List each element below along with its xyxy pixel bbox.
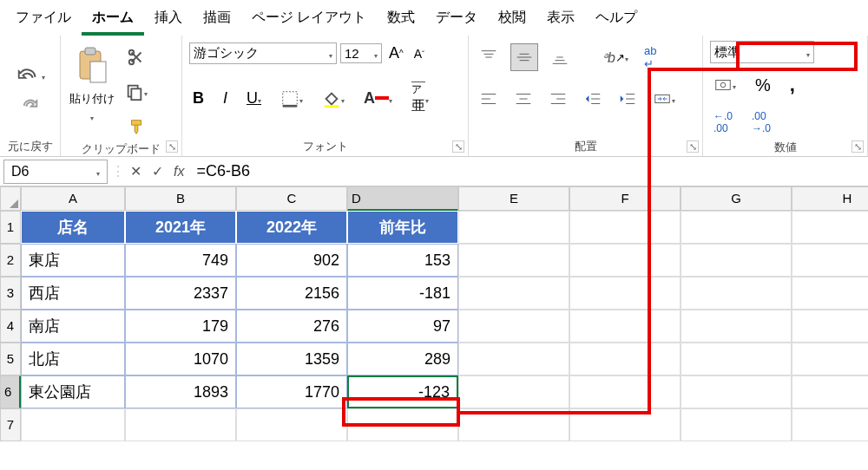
select-all-corner[interactable] bbox=[0, 186, 21, 211]
decrease-decimal-button[interactable]: .00→.0 bbox=[748, 107, 774, 138]
increase-decimal-button[interactable]: ←.0.00 bbox=[710, 107, 736, 138]
wrap-text-button[interactable]: ab↵ bbox=[641, 41, 660, 74]
cell[interactable] bbox=[347, 408, 458, 441]
cell[interactable]: 1359 bbox=[236, 343, 347, 375]
number-format-select[interactable]: 標準 bbox=[710, 41, 814, 63]
accept-formula-button[interactable]: ✓ bbox=[147, 163, 168, 180]
cell[interactable]: 153 bbox=[347, 244, 458, 277]
row-header-5[interactable]: 5 bbox=[0, 343, 21, 375]
cell[interactable] bbox=[458, 277, 569, 310]
cell[interactable] bbox=[125, 408, 236, 441]
cell[interactable]: 東店 bbox=[21, 244, 125, 277]
menu-file[interactable]: ファイル bbox=[5, 3, 82, 36]
cell[interactable] bbox=[792, 375, 868, 408]
cell[interactable] bbox=[681, 310, 792, 343]
cell[interactable]: 289 bbox=[347, 343, 458, 375]
font-name-select[interactable]: 游ゴシック bbox=[189, 42, 337, 64]
border-button[interactable] bbox=[277, 86, 306, 112]
col-header-B[interactable]: B bbox=[125, 186, 236, 211]
row-header-4[interactable]: 4 bbox=[0, 310, 21, 343]
col-header-A[interactable]: A bbox=[21, 186, 125, 211]
fx-button[interactable]: fx bbox=[168, 164, 189, 180]
bold-button[interactable]: B bbox=[189, 86, 207, 111]
cell[interactable]: 前年比 bbox=[347, 211, 458, 244]
comma-button[interactable]: , bbox=[786, 70, 799, 100]
align-top-button[interactable] bbox=[476, 44, 502, 70]
cancel-formula-button[interactable]: ✕ bbox=[125, 163, 147, 180]
indent-decrease-button[interactable] bbox=[580, 86, 606, 112]
row-header-1[interactable]: 1 bbox=[0, 211, 21, 244]
row-header-6[interactable]: 6 bbox=[0, 375, 21, 408]
cell[interactable] bbox=[681, 343, 792, 375]
col-header-C[interactable]: C bbox=[236, 186, 347, 211]
col-header-E[interactable]: E bbox=[458, 186, 569, 211]
menu-review[interactable]: 校閲 bbox=[488, 3, 536, 36]
cell[interactable]: 902 bbox=[236, 244, 347, 277]
col-header-F[interactable]: F bbox=[569, 186, 681, 211]
cut-button[interactable] bbox=[122, 44, 151, 70]
cell[interactable] bbox=[569, 211, 681, 244]
cell[interactable]: 97 bbox=[347, 310, 458, 343]
menu-help[interactable]: ヘルプ bbox=[585, 3, 648, 36]
indent-increase-button[interactable] bbox=[615, 86, 641, 112]
cell[interactable] bbox=[458, 310, 569, 343]
spreadsheet-grid[interactable]: A B C D E F G H 1 店名 2021年 2022年 前年比 2 東… bbox=[0, 186, 868, 441]
menu-insert[interactable]: 挿入 bbox=[144, 3, 193, 36]
format-painter-button[interactable] bbox=[122, 114, 151, 140]
cell[interactable]: 2156 bbox=[236, 277, 347, 310]
redo-button[interactable] bbox=[17, 91, 43, 117]
cell[interactable]: 1070 bbox=[125, 343, 236, 375]
cell[interactable] bbox=[458, 408, 569, 441]
currency-button[interactable] bbox=[710, 72, 740, 98]
cell[interactable] bbox=[792, 244, 868, 277]
orientation-button[interactable]: ᵃb↗ bbox=[599, 46, 632, 69]
row-header-2[interactable]: 2 bbox=[0, 244, 21, 277]
cell[interactable] bbox=[569, 310, 681, 343]
cell[interactable] bbox=[792, 343, 868, 375]
cell[interactable] bbox=[21, 408, 125, 441]
name-box[interactable]: D6 bbox=[3, 160, 108, 184]
align-bottom-button[interactable] bbox=[547, 44, 573, 70]
menu-view[interactable]: 表示 bbox=[536, 3, 585, 36]
underline-button[interactable]: U bbox=[243, 86, 265, 111]
cell[interactable]: 店名 bbox=[21, 211, 125, 244]
cell[interactable] bbox=[792, 277, 868, 310]
percent-button[interactable]: % bbox=[752, 72, 774, 99]
cell[interactable] bbox=[569, 277, 681, 310]
cell-active[interactable]: -123 bbox=[347, 375, 458, 408]
cell[interactable]: 749 bbox=[125, 244, 236, 277]
fill-color-button[interactable] bbox=[319, 86, 348, 112]
cell[interactable]: 東公園店 bbox=[21, 375, 125, 408]
menu-draw[interactable]: 描画 bbox=[193, 3, 241, 36]
merge-button[interactable] bbox=[649, 86, 679, 112]
cell[interactable]: 2021年 bbox=[125, 211, 236, 244]
col-header-H[interactable]: H bbox=[792, 186, 868, 211]
cell[interactable]: 南店 bbox=[21, 310, 125, 343]
align-center-button[interactable] bbox=[510, 86, 536, 112]
italic-button[interactable]: I bbox=[220, 86, 231, 111]
cell[interactable]: 179 bbox=[125, 310, 236, 343]
cell[interactable]: 1770 bbox=[236, 375, 347, 408]
cell[interactable] bbox=[681, 375, 792, 408]
font-launcher[interactable]: ⤡ bbox=[452, 140, 464, 153]
menu-data[interactable]: データ bbox=[425, 3, 488, 36]
align-left-button[interactable] bbox=[476, 86, 502, 112]
number-launcher[interactable]: ⤡ bbox=[852, 140, 864, 153]
row-header-7[interactable]: 7 bbox=[0, 408, 21, 441]
align-middle-button[interactable] bbox=[510, 43, 538, 71]
cell[interactable] bbox=[792, 211, 868, 244]
phonetic-button[interactable]: ア亜 bbox=[408, 78, 432, 119]
paste-button[interactable] bbox=[68, 41, 116, 89]
menu-pagelayout[interactable]: ページ レイアウト bbox=[241, 3, 377, 36]
cell[interactable]: 2337 bbox=[125, 277, 236, 310]
menu-home[interactable]: ホーム bbox=[82, 3, 144, 36]
cell[interactable]: 北店 bbox=[21, 343, 125, 375]
grow-font-button[interactable]: A^ bbox=[385, 41, 407, 66]
cell[interactable] bbox=[569, 408, 681, 441]
cell[interactable] bbox=[458, 375, 569, 408]
shrink-font-button[interactable]: Aˇ bbox=[411, 43, 428, 64]
cell[interactable]: 276 bbox=[236, 310, 347, 343]
cell[interactable] bbox=[792, 408, 868, 441]
cell[interactable] bbox=[458, 211, 569, 244]
cell[interactable] bbox=[569, 343, 681, 375]
